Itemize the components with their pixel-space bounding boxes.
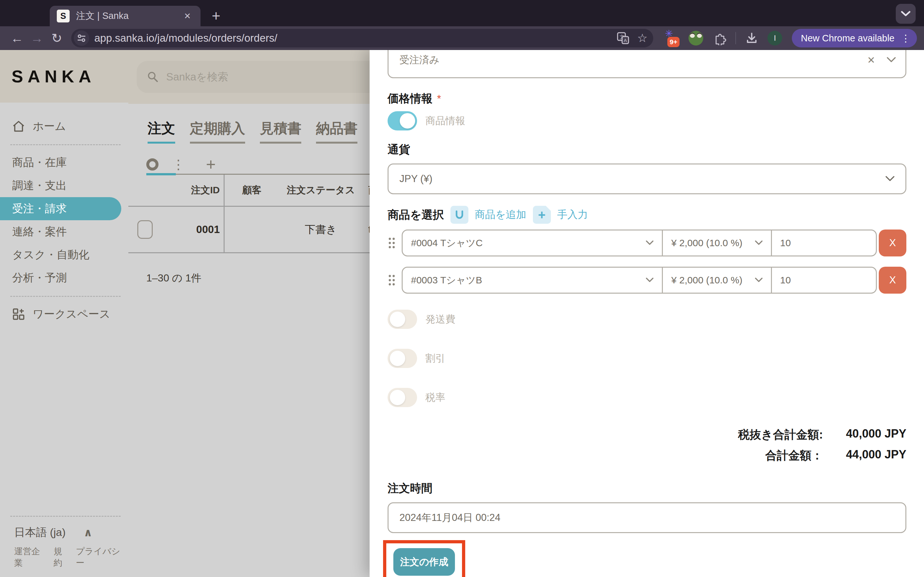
reload-button[interactable]: ↻ bbox=[47, 31, 67, 45]
product-info-toggle[interactable] bbox=[388, 111, 417, 131]
chevron-down-icon bbox=[887, 57, 896, 63]
product-select[interactable]: #0003 TシャツB bbox=[403, 268, 663, 293]
sidebar-item-label: ワークスペース bbox=[33, 307, 110, 322]
quantity-value: 10 bbox=[780, 275, 791, 285]
clear-status-icon[interactable]: ✕ bbox=[867, 55, 875, 66]
chevron-down-icon bbox=[901, 11, 911, 17]
sidebar-divider bbox=[10, 296, 121, 297]
drag-handle-icon[interactable] bbox=[388, 236, 402, 250]
tab-orders[interactable]: 注文 bbox=[148, 119, 175, 143]
quantity-value: 10 bbox=[780, 237, 791, 248]
sidebar-divider bbox=[10, 144, 121, 145]
remove-product-button[interactable]: X bbox=[879, 267, 906, 293]
product-bag-icon bbox=[451, 206, 468, 224]
product-select[interactable]: #0004 TシャツC bbox=[403, 230, 663, 255]
sidebar-item-analytics[interactable]: 分析・予測 bbox=[0, 266, 128, 290]
price-select[interactable]: ¥ 2,000 (10.0 %) bbox=[663, 230, 772, 255]
footer-link-terms[interactable]: 規約 bbox=[53, 546, 71, 569]
view-circle-icon[interactable] bbox=[146, 158, 158, 171]
site-info-icon[interactable] bbox=[74, 31, 89, 46]
new-tab-button[interactable]: + bbox=[212, 7, 220, 24]
browser-tab[interactable]: S 注文 | Sanka ✕ bbox=[50, 6, 200, 26]
tax-rate-toggle[interactable] bbox=[388, 388, 417, 407]
search-icon bbox=[147, 71, 159, 83]
total-value: 44,000 JPY bbox=[823, 448, 906, 464]
sidebar-item-label: 受注・請求 bbox=[12, 201, 67, 216]
discount-label: 割引 bbox=[425, 351, 445, 365]
view-menu-icon[interactable]: ⋮ bbox=[172, 157, 185, 172]
add-product-link[interactable]: 商品を追加 bbox=[475, 208, 527, 222]
currency-select[interactable]: JPY (¥) bbox=[388, 163, 906, 194]
create-order-button[interactable]: 注文の作成 bbox=[393, 548, 455, 576]
sidebar-item-products-inventory[interactable]: 商品・在庫 bbox=[0, 151, 128, 174]
product-line-item: #0004 TシャツC ¥ 2,000 (10.0 %) 10 X bbox=[388, 229, 906, 256]
tax-rate-label: 税率 bbox=[425, 391, 445, 404]
row-checkbox[interactable] bbox=[137, 220, 153, 239]
quantity-input[interactable]: 10 bbox=[772, 268, 876, 293]
chevron-down-icon bbox=[755, 240, 762, 245]
order-status-select[interactable]: 受注済み ✕ bbox=[388, 50, 906, 78]
product-name: #0003 TシャツB bbox=[411, 274, 482, 287]
add-view-button[interactable]: + bbox=[206, 155, 216, 174]
quantity-input[interactable]: 10 bbox=[772, 230, 876, 255]
footer-link-company[interactable]: 運営企業 bbox=[14, 546, 48, 569]
translate-icon[interactable]: 文A bbox=[617, 32, 630, 45]
chrome-menu-icon[interactable]: ⋮ bbox=[901, 33, 911, 44]
column-order-id[interactable]: 注文ID bbox=[128, 175, 225, 206]
column-customer[interactable]: 顧客 bbox=[225, 184, 279, 197]
order-id-value[interactable]: 0001 bbox=[196, 223, 220, 235]
tab-quotes[interactable]: 見積書 bbox=[260, 119, 301, 143]
discount-toggle[interactable] bbox=[388, 349, 417, 368]
tab-title: 注文 | Sanka bbox=[76, 10, 181, 23]
workspace-icon bbox=[12, 308, 25, 321]
price-select[interactable]: ¥ 2,000 (10.0 %) bbox=[663, 268, 772, 293]
required-asterisk: * bbox=[437, 93, 441, 105]
home-icon bbox=[12, 120, 25, 132]
download-icon[interactable] bbox=[745, 31, 758, 45]
sidebar-item-contacts-cases[interactable]: 連絡・案件 bbox=[0, 220, 128, 243]
chevron-down-icon bbox=[885, 176, 895, 182]
forward-button[interactable]: → bbox=[27, 31, 47, 45]
bookmark-star-icon[interactable]: ☆ bbox=[637, 31, 648, 45]
frog-extension-icon[interactable] bbox=[688, 31, 703, 45]
sidebar-item-workspace[interactable]: ワークスペース bbox=[0, 303, 128, 326]
sanka-logo[interactable]: SANKA bbox=[11, 66, 95, 86]
drag-handle-icon[interactable] bbox=[388, 274, 402, 287]
currency-label: 通貨 bbox=[388, 143, 410, 155]
back-button[interactable]: ← bbox=[7, 31, 27, 45]
chevron-down-icon bbox=[646, 277, 654, 283]
chevron-down-icon bbox=[755, 277, 762, 283]
order-form-panel: 受注済み ✕ 価格情報* 商品情報 通貨 JPY (¥) 商品を選択 bbox=[370, 50, 924, 577]
manual-entry-link[interactable]: 手入力 bbox=[557, 208, 588, 222]
order-time-value: 2024年11月04日 00:24 bbox=[399, 511, 501, 524]
shipping-fee-label: 発送費 bbox=[425, 313, 455, 326]
extension-badge-icon[interactable]: ✳ 9+ bbox=[663, 29, 680, 47]
select-products-label: 商品を選択 bbox=[388, 207, 444, 222]
sidebar-item-label: 連絡・案件 bbox=[12, 224, 67, 239]
sidebar-item-tasks-automation[interactable]: タスク・自動化 bbox=[0, 243, 128, 266]
tab-subscriptions[interactable]: 定期購入 bbox=[190, 119, 245, 143]
profile-avatar[interactable]: I bbox=[767, 31, 782, 45]
tab-delivery-notes[interactable]: 納品書 bbox=[316, 119, 357, 143]
chrome-update-button[interactable]: New Chrome available ⋮ bbox=[792, 29, 917, 47]
language-selector[interactable]: 日本語 (ja) ∧ bbox=[0, 525, 128, 540]
tab-close-icon[interactable]: ✕ bbox=[181, 10, 194, 23]
url-text[interactable]: app.sanka.io/ja/modules/orders/orders/ bbox=[94, 32, 609, 44]
sidebar-item-home[interactable]: ホーム bbox=[0, 115, 128, 138]
sidebar-item-orders-billing[interactable]: 受注・請求 bbox=[0, 197, 121, 220]
extensions-puzzle-icon[interactable] bbox=[712, 31, 726, 45]
product-name: #0004 TシャツC bbox=[411, 237, 483, 250]
footer-link-privacy[interactable]: プライバシー bbox=[76, 546, 128, 569]
address-bar[interactable]: app.sanka.io/ja/modules/orders/orders/ 文… bbox=[71, 29, 653, 47]
annotation-highlight-box: 注文の作成 bbox=[383, 540, 465, 577]
subtotal-label: 税抜き合計金額: bbox=[738, 427, 823, 443]
sidebar: SANKA ホーム 商品・在庫 調達・支出 受注・請求 連絡・案件 タスク・自動… bbox=[0, 50, 128, 577]
product-line-item: #0003 TシャツB ¥ 2,000 (10.0 %) 10 X bbox=[388, 267, 906, 293]
tab-search-button[interactable] bbox=[896, 4, 916, 24]
column-status[interactable]: 注文ステータス bbox=[279, 184, 363, 197]
sidebar-item-procurement[interactable]: 調達・支出 bbox=[0, 174, 128, 197]
shipping-fee-toggle[interactable] bbox=[388, 309, 417, 329]
currency-value: JPY (¥) bbox=[399, 173, 433, 185]
remove-product-button[interactable]: X bbox=[879, 229, 906, 256]
order-time-input[interactable]: 2024年11月04日 00:24 bbox=[388, 502, 906, 533]
